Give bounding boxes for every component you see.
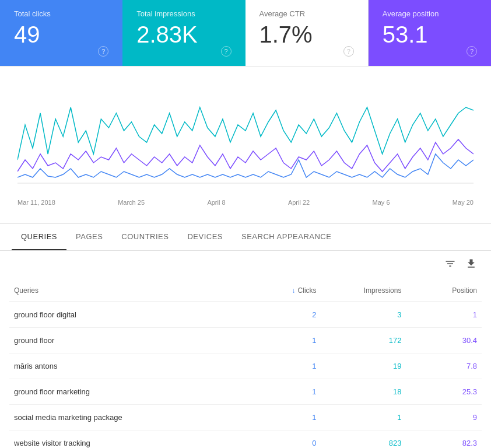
tab-queries[interactable]: QUERIES — [12, 224, 66, 250]
tab-devices[interactable]: DEVICES — [178, 224, 232, 250]
query-cell: ground floor digital — [9, 302, 246, 328]
impressions-cell: 19 — [321, 354, 406, 379]
table-row: ground floor marketing 1 18 25.3 — [9, 379, 482, 405]
chart-area: Mar 11, 2018 March 25 April 8 April 22 M… — [0, 66, 491, 224]
total-impressions-label: Total impressions — [136, 9, 231, 18]
clicks-cell: 1 — [246, 328, 321, 354]
clicks-cell: 1 — [246, 354, 321, 379]
col-header-clicks[interactable]: ↓ Clicks — [246, 279, 321, 302]
x-label-6: May 20 — [453, 199, 474, 206]
impressions-cell: 1 — [321, 405, 406, 430]
impressions-cell: 172 — [321, 328, 406, 354]
query-cell: māris antons — [9, 354, 246, 379]
x-label-1: Mar 11, 2018 — [17, 199, 55, 206]
impressions-cell: 3 — [321, 302, 406, 328]
tabs-bar: QUERIES PAGES COUNTRIES DEVICES SEARCH A… — [0, 224, 491, 251]
col-header-query: Queries — [9, 279, 246, 302]
clicks-cell: 1 — [246, 379, 321, 405]
main-container: Total clicks 49 ? Total impressions 2.83… — [0, 0, 491, 448]
query-cell: ground floor — [9, 328, 246, 354]
table-header-row: Queries ↓ Clicks Impressions Position — [9, 279, 482, 302]
x-label-4: April 22 — [288, 199, 310, 206]
total-clicks-card: Total clicks 49 ? — [0, 0, 122, 66]
col-header-position[interactable]: Position — [406, 279, 482, 302]
impressions-cell: 18 — [321, 379, 406, 405]
tab-search-appearance[interactable]: SEARCH APPEARANCE — [232, 224, 341, 250]
position-cell: 9 — [406, 405, 482, 430]
x-label-5: May 6 — [373, 199, 390, 206]
total-impressions-card: Total impressions 2.83K ? — [122, 0, 245, 66]
avg-position-value: 53.1 — [383, 23, 477, 46]
position-cell: 82.3 — [406, 430, 482, 449]
col-header-clicks-label: Clicks — [298, 286, 317, 295]
total-impressions-help-icon[interactable]: ? — [221, 46, 232, 57]
avg-position-card: Average position 53.1 ? — [369, 0, 491, 66]
table-row: social media marketing package 1 1 9 — [9, 405, 482, 430]
table-row: ground floor digital 2 3 1 — [9, 302, 482, 328]
table-row: ground floor 1 172 30.4 — [9, 328, 482, 354]
tab-countries[interactable]: COUNTRIES — [112, 224, 178, 250]
filter-icon[interactable] — [444, 258, 456, 272]
clicks-cell: 1 — [246, 405, 321, 430]
table-row: website visitor tracking 0 823 82.3 — [9, 430, 482, 449]
download-icon[interactable] — [465, 258, 477, 272]
tab-pages[interactable]: PAGES — [66, 224, 112, 250]
position-cell: 25.3 — [406, 379, 482, 405]
table-toolbar — [9, 251, 482, 279]
total-clicks-label: Total clicks — [14, 9, 108, 18]
chart-svg — [17, 78, 474, 195]
clicks-sort-icon: ↓ — [292, 286, 296, 295]
chart-x-labels: Mar 11, 2018 March 25 April 8 April 22 M… — [17, 197, 474, 206]
clicks-cell: 0 — [246, 430, 321, 449]
data-table: Queries ↓ Clicks Impressions Position gr… — [9, 279, 482, 448]
position-cell: 7.8 — [406, 354, 482, 379]
total-impressions-value: 2.83K — [136, 23, 231, 46]
col-header-impressions[interactable]: Impressions — [321, 279, 406, 302]
avg-ctr-card: Average CTR 1.7% ? — [246, 0, 369, 66]
x-label-3: April 8 — [207, 199, 225, 206]
impressions-cell: 823 — [321, 430, 406, 449]
total-clicks-help-icon[interactable]: ? — [98, 46, 108, 57]
avg-ctr-value: 1.7% — [259, 23, 354, 46]
position-cell: 1 — [406, 302, 482, 328]
x-label-2: March 25 — [118, 199, 145, 206]
metrics-bar: Total clicks 49 ? Total impressions 2.83… — [0, 0, 491, 66]
position-cell: 30.4 — [406, 328, 482, 354]
avg-position-help-icon[interactable]: ? — [467, 46, 477, 57]
table-body: ground floor digital 2 3 1 ground floor … — [9, 302, 482, 449]
avg-ctr-label: Average CTR — [259, 9, 354, 18]
clicks-cell: 2 — [246, 302, 321, 328]
avg-ctr-help-icon[interactable]: ? — [343, 46, 354, 57]
table-row: māris antons 1 19 7.8 — [9, 354, 482, 379]
query-cell: social media marketing package — [9, 405, 246, 430]
query-cell: ground floor marketing — [9, 379, 246, 405]
total-clicks-value: 49 — [14, 23, 108, 46]
avg-position-label: Average position — [383, 9, 477, 18]
query-cell: website visitor tracking — [9, 430, 246, 449]
table-area: Queries ↓ Clicks Impressions Position gr… — [0, 251, 491, 448]
